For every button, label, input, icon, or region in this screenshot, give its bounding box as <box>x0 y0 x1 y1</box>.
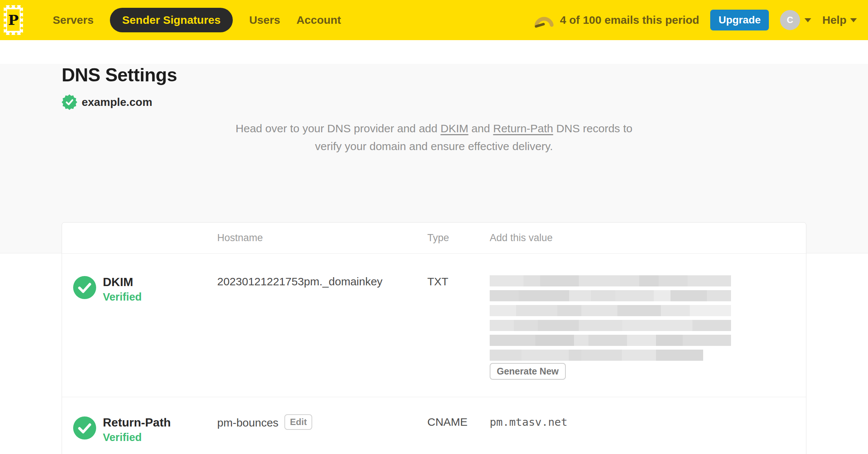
table-row-dkim: DKIM Verified 20230121221753pm._domainke… <box>62 254 806 397</box>
dkim-link[interactable]: DKIM <box>441 122 469 134</box>
nav-item-servers[interactable]: Servers <box>53 14 94 26</box>
nav-right: 4 of 100 emails this period Upgrade C He… <box>533 10 857 30</box>
return-path-hostname-cell: pm-bouncesEdit <box>217 416 427 454</box>
redacted-value-bar <box>490 275 731 286</box>
dkim-type: TXT <box>427 275 490 397</box>
redacted-value-bar <box>490 320 731 331</box>
instructions-part1: Head over to your DNS provider and add <box>236 122 441 134</box>
postmark-logo[interactable]: P <box>4 5 23 35</box>
postmark-logo-letter: P <box>8 13 19 27</box>
domain-name: example.com <box>82 96 152 108</box>
header-hostname: Hostname <box>217 232 427 244</box>
instructions: Head over to your DNS provider and add D… <box>174 120 694 155</box>
nav-item-account[interactable]: Account <box>297 14 341 26</box>
header-type: Type <box>427 232 490 244</box>
page-title: DNS Settings <box>62 64 868 86</box>
usage-text: 4 of 100 emails this period <box>560 14 699 26</box>
help-menu[interactable]: Help <box>822 14 857 26</box>
instructions-line2: verify your domain and ensure effective … <box>315 140 553 152</box>
account-menu[interactable]: C <box>780 10 811 30</box>
table-header-row: Hostname Type Add this value <box>62 223 806 254</box>
verified-check-icon <box>73 416 96 440</box>
usage-gauge-icon <box>533 12 555 28</box>
edit-button[interactable]: Edit <box>284 414 312 430</box>
return-path-type: CNAME <box>427 416 490 454</box>
dns-records-card: Hostname Type Add this value DKIM Verifi… <box>62 222 806 454</box>
redacted-value-bar <box>490 350 703 361</box>
redacted-value-bar <box>490 290 731 301</box>
dkim-status-cell: DKIM Verified <box>73 275 217 397</box>
record-name: Return-Path <box>103 416 171 429</box>
record-status-badge: Verified <box>103 430 171 445</box>
redacted-dkim-value <box>490 275 731 361</box>
usage-indicator: 4 of 100 emails this period <box>533 12 699 28</box>
dkim-value-cell: Generate New <box>490 275 795 397</box>
instructions-part2: and <box>469 122 493 134</box>
top-nav: P Servers Sender Signatures Users Accoun… <box>0 0 868 40</box>
primary-nav: Servers Sender Signatures Users Account <box>53 8 341 32</box>
return-path-hostname: pm-bounces <box>217 416 278 429</box>
nav-item-users[interactable]: Users <box>249 14 280 26</box>
generate-new-button[interactable]: Generate New <box>490 363 566 380</box>
table-row-return-path: Return-Path Verified pm-bouncesEdit CNAM… <box>62 397 806 454</box>
record-name: DKIM <box>103 275 142 289</box>
redacted-value-bar <box>490 335 731 346</box>
avatar[interactable]: C <box>780 10 800 30</box>
postmark-logo-inner: P <box>7 9 20 31</box>
dkim-status-texts: DKIM Verified <box>103 275 142 304</box>
upgrade-button[interactable]: Upgrade <box>710 10 769 30</box>
dkim-hostname: 20230121221753pm._domainkey <box>217 275 427 397</box>
help-label: Help <box>822 14 846 26</box>
verified-seal-icon <box>62 94 77 110</box>
return-path-status-texts: Return-Path Verified <box>103 416 171 445</box>
account-caret-icon <box>805 18 811 22</box>
domain-row: example.com <box>62 94 868 110</box>
record-status-badge: Verified <box>103 289 142 304</box>
nav-item-sender-signatures[interactable]: Sender Signatures <box>110 8 233 32</box>
help-caret-icon <box>850 18 857 22</box>
return-path-link[interactable]: Return-Path <box>493 122 553 134</box>
header-value: Add this value <box>490 232 795 244</box>
return-path-value: pm.mtasv.net <box>490 416 795 454</box>
return-path-status-cell: Return-Path Verified <box>73 416 217 454</box>
instructions-part3: DNS records to <box>553 122 632 134</box>
verified-check-icon <box>73 276 96 299</box>
redacted-value-bar <box>490 305 731 316</box>
